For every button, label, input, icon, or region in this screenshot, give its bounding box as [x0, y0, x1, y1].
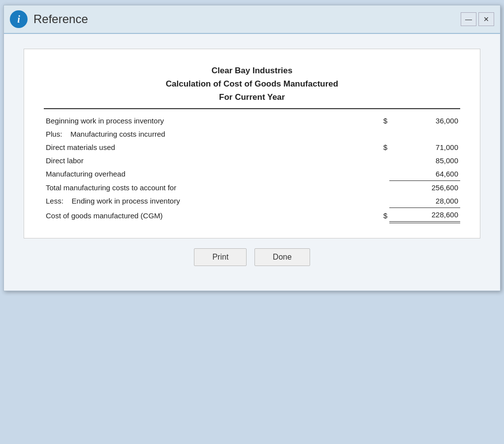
- row-amount: 64,600: [389, 167, 460, 181]
- print-button[interactable]: Print: [194, 248, 247, 266]
- row-amount: 85,000: [389, 154, 460, 167]
- report-container: Clear Bay Industries Calculation of Cost…: [24, 49, 480, 238]
- row-dollar: $: [356, 141, 390, 154]
- close-button[interactable]: ✕: [478, 12, 494, 26]
- window-title: Reference: [33, 12, 88, 26]
- table-row: Direct labor 85,000: [44, 154, 460, 167]
- done-button[interactable]: Done: [254, 248, 310, 266]
- header-divider: [44, 108, 460, 109]
- window-controls: — ✕: [461, 12, 494, 26]
- report-period: For Current Year: [44, 90, 460, 104]
- footer: Print Done: [24, 238, 480, 271]
- row-label: Plus: Manufacturing costs incurred: [44, 127, 294, 141]
- row-amount: 71,000: [389, 141, 460, 154]
- row-amount: 228,600: [389, 207, 460, 222]
- table-row: Beginning work in process inventory $ 36…: [44, 114, 460, 127]
- info-icon: i: [10, 10, 28, 28]
- table-row: Cost of goods manufactured (CGM) $ 228,6…: [44, 207, 460, 222]
- report-title: Calculation of Cost of Goods Manufacture…: [44, 77, 460, 90]
- table-row: Less: Ending work in process inventory 2…: [44, 194, 460, 208]
- minimize-button[interactable]: —: [461, 12, 476, 26]
- row-dollar: $: [356, 207, 390, 222]
- row-amount: 36,000: [389, 114, 460, 127]
- row-amount: 256,600: [389, 180, 460, 194]
- row-label: Manufacturing overhead: [44, 167, 294, 181]
- reference-window: i Reference — ✕ Clear Bay Industries Cal…: [3, 5, 501, 291]
- row-label: Less: Ending work in process inventory: [44, 194, 294, 208]
- table-row: Plus: Manufacturing costs incurred: [44, 127, 460, 141]
- table-row: Direct materials used $ 71,000: [44, 141, 460, 154]
- window-body: Clear Bay Industries Calculation of Cost…: [4, 34, 500, 291]
- row-amount: 28,000: [389, 194, 460, 208]
- table-row: Manufacturing overhead 64,600: [44, 167, 460, 181]
- report-table: Beginning work in process inventory $ 36…: [44, 114, 460, 223]
- row-label: Direct labor: [44, 154, 294, 167]
- table-row: Total manufacturing costs to account for…: [44, 180, 460, 194]
- row-label: Cost of goods manufactured (CGM): [44, 207, 294, 222]
- title-bar-left: i Reference: [10, 10, 88, 28]
- company-name: Clear Bay Industries: [44, 64, 460, 77]
- row-dollar: $: [356, 114, 390, 127]
- title-bar: i Reference — ✕: [4, 5, 500, 34]
- row-label: Beginning work in process inventory: [44, 114, 294, 127]
- row-label: Direct materials used: [44, 141, 294, 154]
- row-label: Total manufacturing costs to account for: [44, 180, 294, 194]
- report-header: Clear Bay Industries Calculation of Cost…: [44, 64, 460, 109]
